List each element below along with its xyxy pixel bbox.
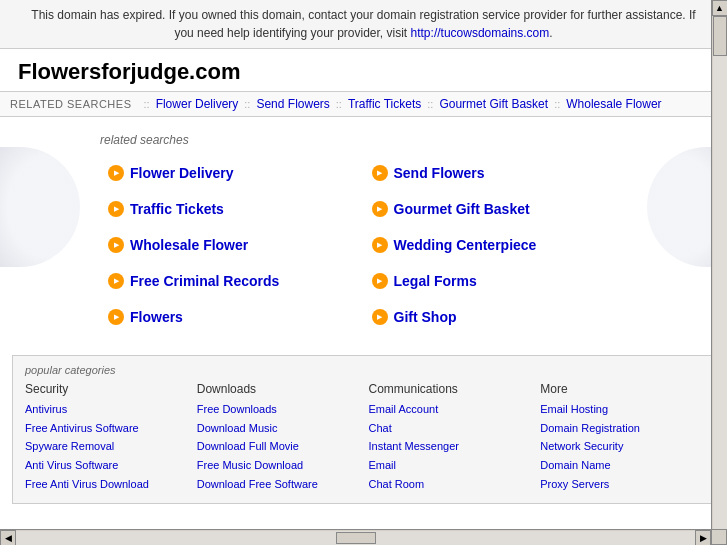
list-item: Gift Shop — [364, 299, 628, 335]
hscroll-track[interactable] — [16, 531, 695, 545]
col-title-security: Security — [25, 382, 187, 396]
popular-link[interactable]: Email — [369, 456, 531, 475]
arrow-icon — [108, 237, 124, 253]
search-link-gift-shop[interactable]: Gift Shop — [394, 309, 457, 325]
arrow-icon — [372, 165, 388, 181]
col-title-communications: Communications — [369, 382, 531, 396]
vertical-scrollbar[interactable]: ▲ ▼ — [711, 0, 727, 545]
search-links-grid: Flower Delivery Send Flowers Traffic Tic… — [90, 155, 637, 335]
col-title-downloads: Downloads — [197, 382, 359, 396]
related-searches-label: related searches — [90, 127, 637, 155]
hscroll-thumb[interactable] — [336, 532, 376, 544]
arrow-icon — [108, 273, 124, 289]
popular-link[interactable]: Instant Messenger — [369, 437, 531, 456]
popular-col-downloads: Downloads Free Downloads Download Music … — [197, 382, 359, 493]
popular-col-communications: Communications Email Account Chat Instan… — [369, 382, 531, 493]
search-link-wedding-centerpiece[interactable]: Wedding Centerpiece — [394, 237, 537, 253]
scroll-up-button[interactable]: ▲ — [712, 0, 728, 16]
popular-link[interactable]: Download Music — [197, 419, 359, 438]
col-title-more: More — [540, 382, 702, 396]
popular-link[interactable]: Free Antivirus Software — [25, 419, 187, 438]
list-item: Flower Delivery — [100, 155, 364, 191]
scroll-left-button[interactable]: ◀ — [0, 530, 16, 546]
main-content: related searches Flower Delivery Send Fl… — [0, 117, 727, 345]
list-item: Free Criminal Records — [100, 263, 364, 299]
search-link-gourmet-gift-basket[interactable]: Gourmet Gift Basket — [394, 201, 530, 217]
arrow-icon — [372, 201, 388, 217]
popular-link[interactable]: Email Hosting — [540, 400, 702, 419]
popular-link[interactable]: Free Anti Virus Download — [25, 475, 187, 494]
related-bar-label: RELATED SEARCHES — [10, 98, 132, 110]
arrow-icon — [372, 309, 388, 325]
popular-col-more: More Email Hosting Domain Registration N… — [540, 382, 702, 493]
arrow-icon — [372, 273, 388, 289]
arrow-icon — [108, 165, 124, 181]
popular-link[interactable]: Chat — [369, 419, 531, 438]
list-item: Legal Forms — [364, 263, 628, 299]
related-bar-link-3[interactable]: Traffic Tickets — [348, 97, 421, 111]
list-item: Wholesale Flower — [100, 227, 364, 263]
horizontal-scrollbar[interactable]: ◀ ▶ — [0, 529, 711, 545]
popular-link[interactable]: Email Account — [369, 400, 531, 419]
popular-link[interactable]: Free Music Download — [197, 456, 359, 475]
list-item: Traffic Tickets — [100, 191, 364, 227]
popular-link[interactable]: Download Full Movie — [197, 437, 359, 456]
notification-bar: This domain has expired. If you owned th… — [0, 0, 727, 49]
search-link-flowers[interactable]: Flowers — [130, 309, 183, 325]
list-item: Send Flowers — [364, 155, 628, 191]
related-bar-link-4[interactable]: Gourmet Gift Basket — [439, 97, 548, 111]
arrow-icon — [372, 237, 388, 253]
search-link-wholesale-flower[interactable]: Wholesale Flower — [130, 237, 248, 253]
related-bar-sep-1: :: — [144, 98, 150, 110]
popular-link[interactable]: Network Security — [540, 437, 702, 456]
search-link-legal-forms[interactable]: Legal Forms — [394, 273, 477, 289]
popular-col-security: Security Antivirus Free Antivirus Softwa… — [25, 382, 187, 493]
arrow-icon — [108, 309, 124, 325]
popular-categories-grid: Security Antivirus Free Antivirus Softwa… — [25, 382, 702, 493]
search-link-traffic-tickets[interactable]: Traffic Tickets — [130, 201, 224, 217]
list-item: Wedding Centerpiece — [364, 227, 628, 263]
scroll-thumb[interactable] — [713, 16, 727, 56]
notification-text: This domain has expired. If you owned th… — [31, 8, 695, 40]
scrollbar-corner — [711, 529, 727, 545]
related-searches-bar: RELATED SEARCHES :: Flower Delivery :: S… — [0, 91, 727, 117]
popular-link[interactable]: Anti Virus Software — [25, 456, 187, 475]
scroll-right-button[interactable]: ▶ — [695, 530, 711, 546]
popular-link[interactable]: Antivirus — [25, 400, 187, 419]
popular-categories-label: popular categories — [25, 364, 702, 376]
search-link-free-criminal-records[interactable]: Free Criminal Records — [130, 273, 279, 289]
tucows-link[interactable]: http://tucowsdomains.com — [411, 26, 550, 40]
search-link-flower-delivery[interactable]: Flower Delivery — [130, 165, 234, 181]
search-links-container: related searches Flower Delivery Send Fl… — [0, 127, 727, 335]
popular-link[interactable]: Domain Registration — [540, 419, 702, 438]
related-bar-link-2[interactable]: Send Flowers — [256, 97, 329, 111]
list-item: Flowers — [100, 299, 364, 335]
arrow-icon — [108, 201, 124, 217]
popular-link[interactable]: Spyware Removal — [25, 437, 187, 456]
popular-link[interactable]: Proxy Servers — [540, 475, 702, 494]
related-bar-link-5[interactable]: Wholesale Flower — [566, 97, 661, 111]
popular-link-domain-name[interactable]: Domain Name — [540, 456, 702, 475]
popular-link[interactable]: Download Free Software — [197, 475, 359, 494]
search-link-send-flowers[interactable]: Send Flowers — [394, 165, 485, 181]
domain-title: Flowersforjudge.com — [0, 49, 727, 91]
popular-categories: popular categories Security Antivirus Fr… — [12, 355, 715, 504]
list-item: Gourmet Gift Basket — [364, 191, 628, 227]
related-bar-link-1[interactable]: Flower Delivery — [156, 97, 239, 111]
scroll-track[interactable] — [713, 16, 727, 529]
popular-link[interactable]: Free Downloads — [197, 400, 359, 419]
popular-link[interactable]: Chat Room — [369, 475, 531, 494]
